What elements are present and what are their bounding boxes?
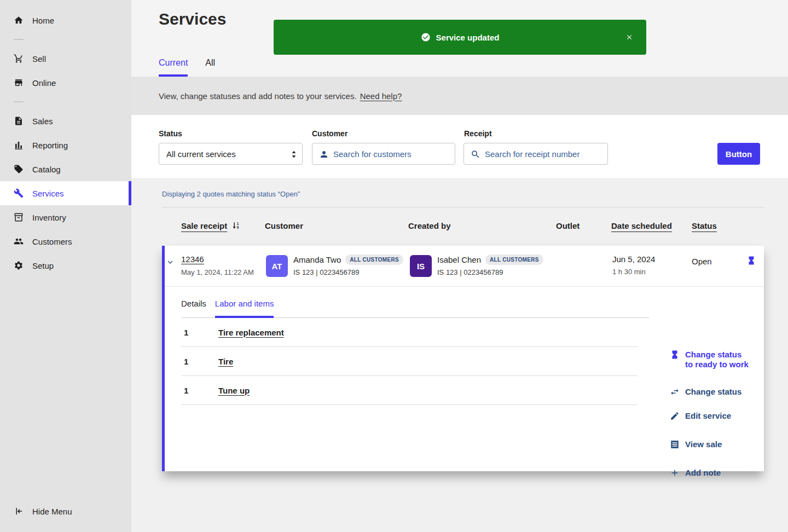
receipt-icon [670, 440, 680, 449]
line-item-row: 1 Tune up [181, 376, 638, 405]
created-by-group-badge: ALL CUSTOMERS [485, 255, 543, 265]
gear-icon [14, 261, 24, 270]
sort-numeric-icon: 19 [231, 221, 241, 230]
need-help-link[interactable]: Need help? [360, 91, 402, 101]
receipt-search-box [463, 143, 608, 165]
tab-current[interactable]: Current [159, 58, 188, 77]
sidebar-item-label: Online [32, 78, 56, 88]
sidebar-item-label: Sell [32, 54, 46, 63]
column-sale-receipt[interactable]: Sale receipt19 [181, 221, 241, 230]
sidebar-divider [14, 39, 24, 40]
table-header-row: Sale receipt19 Customer Created by Outle… [162, 207, 764, 246]
status-filter-label: Status [159, 129, 303, 138]
box-icon [14, 212, 24, 222]
cart-icon [14, 54, 24, 63]
customer-name: Amanda Two [293, 255, 341, 264]
column-outlet: Outlet [556, 221, 580, 230]
column-customer: Customer [265, 221, 303, 230]
sidebar-item-catalog[interactable]: Catalog [0, 157, 131, 181]
line-item-row: 1 Tire replacement [181, 318, 638, 347]
column-status[interactable]: Status [692, 221, 717, 230]
line-item-row: 1 Tire [181, 347, 638, 376]
sidebar-item-home[interactable]: Home [0, 8, 131, 32]
line-item-qty: 1 [184, 386, 218, 395]
storefront-icon [14, 78, 24, 88]
tab-details[interactable]: Details [181, 299, 206, 318]
collapse-menu-icon [14, 506, 24, 516]
plus-icon [670, 468, 680, 478]
sidebar-item-online[interactable]: Online [0, 71, 131, 95]
sidebar-item-label: Sales [32, 117, 53, 126]
line-item-qty: 1 [184, 328, 218, 337]
line-item-link[interactable]: Tune up [218, 386, 250, 395]
sidebar-item-reporting[interactable]: Reporting [0, 133, 131, 157]
receipt-search-input[interactable] [464, 143, 607, 164]
page-tabs: Current All [159, 58, 233, 77]
sidebar: Home Sell Online Sales Reporting Catalog… [0, 0, 131, 532]
service-row: 12346 May 1, 2024, 11:22 AM AT Amanda Tw… [165, 246, 764, 287]
close-icon[interactable] [625, 33, 633, 41]
sidebar-item-inventory[interactable]: Inventory [0, 205, 131, 229]
action-change-status[interactable]: Change status [670, 387, 741, 397]
hide-menu-label: Hide Menu [32, 507, 72, 516]
sidebar-item-label: Customers [32, 237, 72, 246]
action-view-sale[interactable]: View sale [670, 440, 722, 449]
chevron-down-icon[interactable] [165, 257, 175, 267]
date-scheduled-value: Jun 5, 2024 [612, 255, 655, 264]
intro-text: View, change statuses and add notes to y… [159, 91, 357, 101]
bar-chart-icon [14, 140, 24, 150]
sidebar-item-label: Inventory [32, 213, 66, 222]
results-panel: Displaying 2 quotes matching status “Ope… [131, 178, 788, 532]
customer-cell: Amanda Two ALL CUSTOMERS IS 123 | 022345… [293, 255, 403, 276]
tab-labor-and-items[interactable]: Labor and items [215, 299, 274, 318]
sidebar-item-label: Catalog [32, 165, 61, 174]
hide-menu-button[interactable]: Hide Menu [0, 499, 131, 523]
intro-strip: View, change statuses and add notes to y… [131, 77, 788, 115]
service-row-card: 12346 May 1, 2024, 11:22 AM AT Amanda Tw… [162, 246, 764, 471]
tag-icon [14, 164, 24, 174]
customer-group-badge: ALL CUSTOMERS [345, 255, 403, 265]
sidebar-item-setup[interactable]: Setup [0, 253, 131, 277]
line-item-link[interactable]: Tire [218, 357, 233, 366]
sidebar-item-customers[interactable]: Customers [0, 229, 131, 253]
status-value: Open [692, 257, 712, 266]
success-toast: Service updated [274, 20, 646, 55]
sidebar-item-label: Reporting [32, 141, 68, 150]
sidebar-item-label: Setup [32, 261, 54, 270]
people-icon [14, 236, 24, 246]
svg-text:9: 9 [237, 225, 239, 229]
receipt-number-link[interactable]: 12346 [181, 255, 204, 264]
sidebar-item-sell[interactable]: Sell [0, 47, 131, 71]
customer-filter-label: Customer [312, 129, 455, 138]
hourglass-icon [670, 350, 680, 360]
action-edit-service[interactable]: Edit service [670, 411, 731, 421]
action-change-status-ready-to-work[interactable]: Change statusto ready to work [670, 350, 749, 369]
tab-all[interactable]: All [205, 58, 215, 77]
receipt-created-at: May 1, 2024, 11:22 AM [181, 268, 254, 276]
check-circle-icon [421, 32, 431, 42]
created-by-detail: IS 123 | 0223456789 [437, 268, 543, 276]
customer-search-input[interactable] [312, 143, 455, 164]
column-date-scheduled[interactable]: Date scheduled [611, 221, 672, 230]
status-select-value: All current services [166, 149, 236, 159]
sidebar-item-services[interactable]: Services [0, 181, 131, 205]
avatar: IS [410, 255, 432, 277]
sidebar-item-label: Services [32, 189, 64, 198]
created-by-cell: Isabel Chen ALL CUSTOMERS IS 123 | 02234… [437, 255, 543, 276]
customer-detail: IS 123 | 0223456789 [293, 268, 403, 276]
page-title: Services [159, 10, 226, 28]
sidebar-item-sales[interactable]: Sales [0, 109, 131, 133]
status-select[interactable]: All current services [159, 143, 303, 165]
detail-tabs: Details Labor and items [181, 287, 649, 318]
avatar: AT [266, 255, 288, 277]
toast-message: Service updated [436, 33, 500, 42]
line-item-link[interactable]: Tire replacement [218, 328, 284, 337]
filter-submit-button[interactable]: Button [717, 143, 760, 165]
pencil-icon [670, 411, 680, 421]
sale-receipt-cell: 12346 May 1, 2024, 11:22 AM [181, 255, 254, 276]
action-add-note[interactable]: Add note [670, 468, 721, 478]
svg-text:1: 1 [237, 222, 239, 225]
results-summary: Displaying 2 quotes matching status “Ope… [162, 190, 764, 199]
service-detail-panel: Details Labor and items 1 Tire replaceme… [165, 287, 764, 471]
duration-value: 1 h 30 min [612, 268, 655, 276]
